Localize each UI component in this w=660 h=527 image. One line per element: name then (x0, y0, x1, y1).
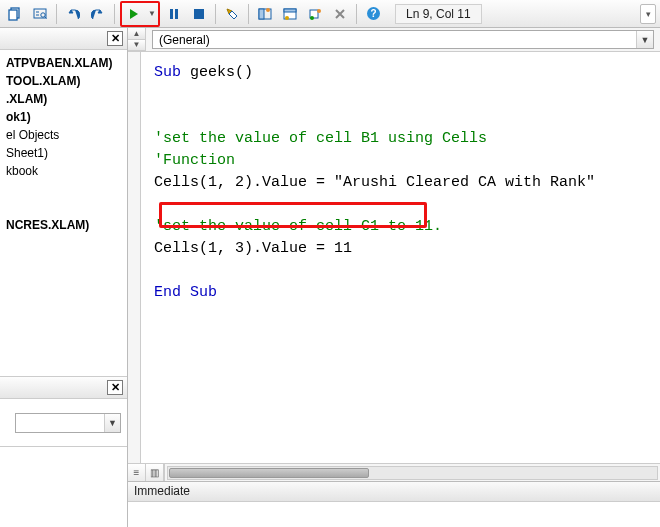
project-tree[interactable]: ATPVBAEN.XLAM)TOOL.XLAM).XLAM)ok1)el Obj… (0, 50, 127, 377)
close-icon[interactable]: ✕ (107, 380, 123, 395)
main-area: ✕ ATPVBAEN.XLAM)TOOL.XLAM).XLAM)ok1)el O… (0, 28, 660, 527)
scroll-thumb[interactable] (169, 468, 369, 478)
project-tree-item[interactable] (6, 198, 125, 216)
edge-buttons: ▲ ▼ (128, 28, 146, 51)
separator (215, 4, 216, 24)
project-tree-item[interactable]: kbook (6, 162, 125, 180)
svg-rect-4 (170, 9, 173, 19)
caret-down-icon[interactable]: ▼ (128, 40, 145, 52)
procedure-view-icon[interactable]: ≡ (128, 464, 146, 481)
separator (248, 4, 249, 24)
chevron-down-icon[interactable]: ▼ (104, 414, 120, 432)
project-tree-item[interactable]: Sheet1) (6, 144, 125, 162)
design-mode-icon[interactable] (221, 3, 243, 25)
separator (56, 4, 57, 24)
run-button-highlight: ▼ (120, 1, 160, 27)
svg-rect-11 (284, 9, 296, 12)
code-keyword: Sub (154, 64, 190, 81)
toolbox-icon[interactable] (329, 3, 351, 25)
svg-rect-6 (194, 9, 204, 19)
code-text: Cells(1, 3).Value = 11 (154, 238, 652, 260)
svg-text:?: ? (370, 8, 376, 19)
project-tree-item[interactable] (6, 180, 125, 198)
code-text: geeks() (190, 64, 253, 81)
svg-rect-5 (175, 9, 178, 19)
object-browser-icon[interactable] (304, 3, 326, 25)
project-tree-item[interactable]: el Objects (6, 126, 125, 144)
object-selector-bar: ▲ ▼ (General) ▼ (128, 28, 660, 52)
chevron-down-icon[interactable]: ▼ (636, 31, 653, 48)
find-icon[interactable] (29, 3, 51, 25)
project-tree-item[interactable]: TOOL.XLAM) (6, 72, 125, 90)
scroll-track[interactable] (167, 466, 658, 480)
editor-bottom-bar: ≡ ▥ (128, 463, 660, 481)
code-comment: 'set the value of cell C1 to 11. (154, 216, 652, 238)
help-icon[interactable]: ? (362, 3, 384, 25)
project-tree-item[interactable]: ok1) (6, 108, 125, 126)
code-keyword: End Sub (154, 282, 652, 304)
separator (114, 4, 115, 24)
copy-icon[interactable] (4, 3, 26, 25)
stop-icon[interactable] (188, 3, 210, 25)
svg-rect-8 (259, 9, 264, 19)
run-dropdown-arrow-icon[interactable]: ▼ (147, 9, 157, 18)
immediate-window: Immediate (128, 481, 660, 527)
left-sidebar: ✕ ATPVBAEN.XLAM)TOOL.XLAM).XLAM)ok1)el O… (0, 28, 128, 527)
properties-panel: ▼ (0, 399, 127, 447)
project-tree-item[interactable]: ATPVBAEN.XLAM) (6, 54, 125, 72)
horizontal-scrollbar[interactable] (165, 464, 660, 481)
separator (356, 4, 357, 24)
code-comment: 'Function (154, 150, 652, 172)
svg-point-14 (317, 9, 321, 13)
code-text: Cells(1, 2).Value = "Arushi Cleared CA w… (154, 172, 652, 194)
project-explorer-icon[interactable] (254, 3, 276, 25)
view-toggle-buttons: ≡ ▥ (128, 464, 165, 481)
object-dropdown[interactable]: (General) ▼ (152, 30, 654, 49)
undo-icon[interactable] (62, 3, 84, 25)
properties-window-icon[interactable] (279, 3, 301, 25)
object-dropdown-value: (General) (159, 33, 210, 47)
pause-icon[interactable] (163, 3, 185, 25)
svg-point-12 (285, 16, 289, 20)
properties-panel-header: ✕ (0, 377, 127, 399)
svg-point-15 (310, 16, 314, 20)
main-toolbar: ▼ ? Ln 9, Col 11 ▾ (0, 0, 660, 28)
properties-grid (0, 447, 127, 527)
code-editor[interactable]: Sub geeks() 'set the value of cell B1 us… (128, 52, 660, 463)
close-icon[interactable]: ✕ (107, 31, 123, 46)
run-icon[interactable] (123, 3, 145, 25)
redo-icon[interactable] (87, 3, 109, 25)
code-comment: 'set the value of cell B1 using Cells (154, 128, 652, 150)
immediate-window-title: Immediate (128, 482, 660, 502)
toolbar-overflow-icon[interactable]: ▾ (640, 4, 656, 24)
project-tree-item[interactable]: NCRES.XLAM) (6, 216, 125, 234)
project-panel-header: ✕ (0, 28, 127, 50)
full-module-view-icon[interactable]: ▥ (146, 464, 164, 481)
properties-object-dropdown[interactable]: ▼ (15, 413, 121, 433)
caret-up-icon[interactable]: ▲ (128, 28, 145, 40)
cursor-position-status: Ln 9, Col 11 (395, 4, 482, 24)
svg-point-9 (266, 8, 270, 12)
code-editor-area: ▲ ▼ (General) ▼ Sub geeks() 'set the val… (128, 28, 660, 527)
svg-rect-1 (9, 10, 17, 20)
project-tree-item[interactable]: .XLAM) (6, 90, 125, 108)
